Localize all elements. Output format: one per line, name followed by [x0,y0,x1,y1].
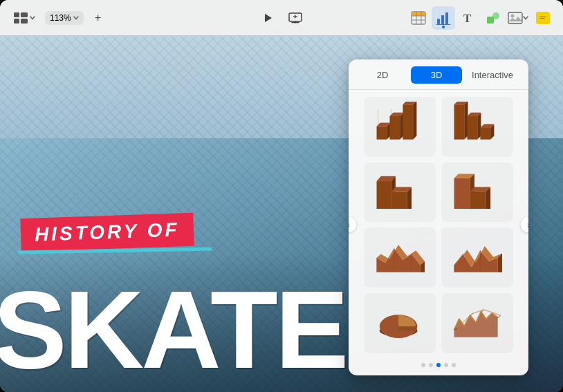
svg-rect-12 [412,12,425,16]
media-button[interactable] [506,6,530,30]
slide-area: 113% + [0,0,563,392]
comment-icon [536,12,550,24]
chart-grid [353,90,524,360]
chart-item-area3d-1[interactable] [364,227,436,288]
svg-point-23 [492,12,499,19]
pagination-dots [349,360,528,367]
tab-interactive[interactable]: Interactive [465,66,520,84]
chart-item-area3d-2[interactable] [441,227,513,288]
chart-item-stacked3d-2[interactable] [441,162,513,223]
text-icon: T [461,11,475,25]
svg-text:T: T [463,12,472,25]
chart-item-bar3d-2[interactable] [441,97,513,157]
zoom-control[interactable]: 113% [45,11,84,25]
svg-rect-17 [437,19,440,24]
pagination-dot-5[interactable] [452,363,456,367]
svg-rect-1 [21,12,28,17]
svg-rect-0 [14,12,19,17]
svg-rect-19 [445,12,448,24]
toolbar: 113% + [0,0,563,36]
shape-icon [486,11,501,25]
tab-3d[interactable]: 3D [411,66,462,84]
chart-icon [436,11,451,25]
toolbar-right: T [306,6,555,30]
chart-item-stacked3d-1[interactable] [364,162,436,223]
pagination-dot-3[interactable] [436,363,441,367]
shape-button[interactable] [481,6,505,30]
chart-button[interactable] [432,6,455,30]
chart-active-indicator [442,26,445,28]
toolbar-center [257,8,306,28]
svg-rect-22 [487,17,494,24]
text-button[interactable]: T [456,6,480,30]
pagination-dot-2[interactable] [429,363,433,367]
pagination-dot-1[interactable] [421,363,425,367]
chart-item-bar3d-1[interactable] [364,97,436,157]
comment-button[interactable] [531,6,555,30]
svg-rect-2 [14,19,19,24]
toolbar-tools: T [407,6,555,30]
toolbar-left: 113% + [8,8,257,28]
history-text: HISTORY OF [35,218,181,245]
svg-rect-48 [376,181,391,209]
media-chevron-icon [523,16,528,20]
add-button[interactable]: + [88,8,109,28]
tab-2d[interactable]: 2D [357,66,408,84]
pagination-dot-4[interactable] [444,363,448,367]
svg-rect-45 [480,127,490,139]
table-icon [411,11,426,25]
chart-item-scatter3d[interactable] [441,293,513,353]
view-toggle-button[interactable] [8,8,41,28]
media-icon [508,11,523,25]
zoom-level: 113% [50,13,71,23]
chart-type-tabs: 2D 3D Interactive [349,59,528,90]
skate-text: SKATE [0,274,346,385]
table-button[interactable] [407,6,430,30]
svg-rect-18 [441,15,444,24]
svg-rect-57 [470,192,486,209]
play-icon [261,12,274,24]
svg-rect-54 [454,178,470,209]
svg-rect-34 [403,104,413,140]
svg-rect-51 [391,192,407,209]
slideshow-icon [288,12,302,24]
chevron-down-icon [30,16,35,20]
zoom-chevron-icon [73,16,79,20]
svg-rect-24 [508,12,522,24]
chart-picker-popup: 2D 3D Interactive ‹ › [349,59,528,375]
view-toggle-icon [14,12,28,24]
svg-point-25 [511,14,515,17]
svg-rect-42 [467,116,477,140]
play-button[interactable] [257,8,278,28]
svg-rect-3 [21,19,28,24]
chart-item-pie3d[interactable] [364,293,436,353]
svg-marker-4 [265,14,272,22]
chart-grid-container: ‹ › [349,90,528,360]
slideshow-button[interactable] [285,8,306,28]
svg-marker-36 [413,102,416,140]
svg-rect-39 [454,104,464,140]
history-banner: HISTORY OF [20,213,194,252]
